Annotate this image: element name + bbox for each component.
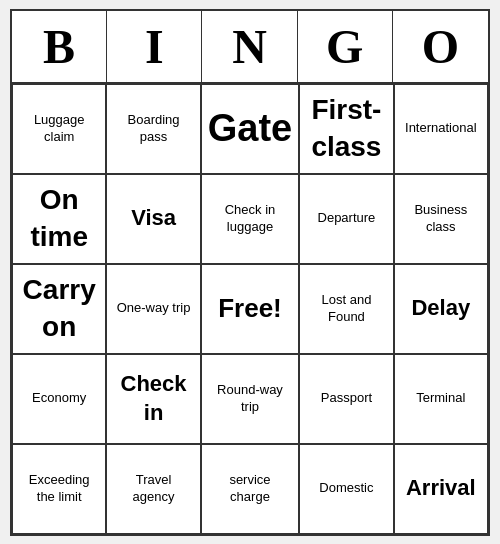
cell-14: Delay (394, 264, 488, 354)
cell-0: Luggage claim (12, 84, 106, 174)
cell-15: Economy (12, 354, 106, 444)
cell-18: Passport (299, 354, 393, 444)
cell-23: Domestic (299, 444, 393, 534)
cell-7: Check in luggage (201, 174, 299, 264)
cell-22: service charge (201, 444, 299, 534)
cell-24: Arrival (394, 444, 488, 534)
cell-11: One-way trip (106, 264, 200, 354)
cell-6: Visa (106, 174, 200, 264)
cell-16: Check in (106, 354, 200, 444)
letter-i: I (107, 11, 202, 82)
letter-g: G (298, 11, 393, 82)
bingo-header: B I N G O (12, 11, 488, 84)
letter-b: B (12, 11, 107, 82)
cell-21: Travel agency (106, 444, 200, 534)
letter-o: O (393, 11, 488, 82)
cell-10: Carry on (12, 264, 106, 354)
cell-19: Terminal (394, 354, 488, 444)
cell-9: Business class (394, 174, 488, 264)
cell-3: First-class (299, 84, 393, 174)
cell-1: Boarding pass (106, 84, 200, 174)
cell-8: Departure (299, 174, 393, 264)
bingo-card: B I N G O Luggage claim Boarding pass Ga… (10, 9, 490, 536)
cell-12-free: Free! (201, 264, 299, 354)
letter-n: N (202, 11, 297, 82)
cell-5: On time (12, 174, 106, 264)
cell-13: Lost and Found (299, 264, 393, 354)
cell-2: Gate (201, 84, 299, 174)
cell-17: Round-way trip (201, 354, 299, 444)
cell-20: Exceeding the limit (12, 444, 106, 534)
bingo-grid: Luggage claim Boarding pass Gate First-c… (12, 84, 488, 534)
cell-4: International (394, 84, 488, 174)
